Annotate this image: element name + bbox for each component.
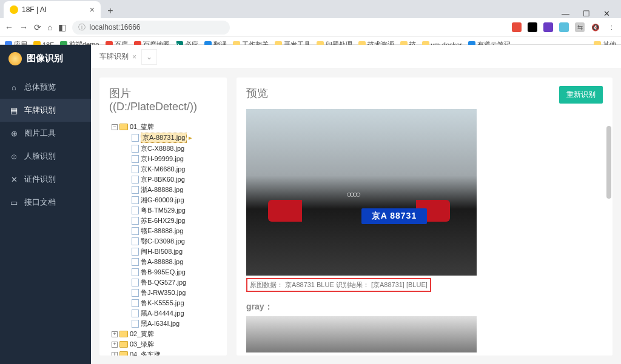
- close-window-icon[interactable]: ✕: [603, 9, 610, 18]
- tree-folder[interactable]: +03_绿牌: [109, 339, 217, 349]
- preview-image: ○○○○ 京A 88731: [246, 109, 477, 276]
- sidebar-item-image[interactable]: ⊕图片工具: [0, 122, 91, 145]
- tree-label: 黑A-I634I.jpg: [141, 319, 180, 328]
- face-icon: ☺: [10, 152, 18, 160]
- maximize-icon[interactable]: ☐: [583, 9, 590, 18]
- browser-tab[interactable]: 18F | AI ×: [4, 1, 101, 18]
- file-icon: [132, 289, 139, 297]
- file-tree-panel: 图片((D:/PlateDetect/)) −01_蓝牌京A-88731.jpg…: [99, 78, 227, 356]
- file-icon: [132, 176, 139, 184]
- tree-file[interactable]: 鲁B-995EQ.jpg: [109, 267, 217, 277]
- tree-file[interactable]: 鲁K-K5555.jpg: [109, 298, 217, 308]
- folder-icon: [119, 341, 128, 348]
- page-tab-close-icon[interactable]: ×: [132, 53, 136, 61]
- tree-file[interactable]: 粤B-TM529.jpg: [109, 205, 217, 216]
- expand-blank-icon: [124, 177, 130, 183]
- tree-folder[interactable]: −01_蓝牌: [109, 122, 217, 132]
- folder-icon: [119, 331, 128, 337]
- back-icon[interactable]: ←: [5, 22, 13, 32]
- reload-icon[interactable]: ⟳: [34, 22, 41, 32]
- expand-icon[interactable]: −: [112, 124, 118, 130]
- tree-file[interactable]: 京K-M6680.jpg: [109, 164, 217, 174]
- expand-blank-icon: [124, 167, 130, 173]
- forward-icon[interactable]: →: [19, 22, 28, 32]
- ext-icon[interactable]: [543, 22, 553, 32]
- tree-file[interactable]: 鲁B-QG527.jpg: [109, 277, 217, 288]
- tree-folder[interactable]: +04_多车牌: [109, 349, 217, 356]
- ext-icon[interactable]: ⇆: [575, 22, 585, 32]
- extension-icons: ⇆ 🔇 ⋮: [512, 22, 616, 32]
- tree-file[interactable]: 闽H-BI508.jpg: [109, 247, 217, 257]
- sidebar-item-id[interactable]: ✕证件识别: [0, 168, 91, 191]
- file-icon: [132, 186, 139, 194]
- expand-blank-icon: [124, 321, 130, 327]
- tree-label: 鲁A-88888.jpg: [141, 257, 183, 266]
- tree-file[interactable]: 京A-88731.jpg▸: [109, 132, 217, 144]
- tab-close-icon[interactable]: ×: [90, 5, 95, 15]
- expand-blank-icon: [124, 300, 130, 306]
- ext-icon[interactable]: [512, 22, 522, 32]
- file-icon: [132, 299, 139, 307]
- preview-title: 预览: [246, 86, 603, 101]
- home-icon[interactable]: ⌂: [47, 22, 52, 32]
- brand: 图像识别: [0, 45, 91, 72]
- nav-list: ⌂总体预览 ▤车牌识别 ⊕图片工具 ☺人脸识别 ✕证件识别 ▭接口文档: [0, 72, 91, 214]
- expand-blank-icon: [124, 146, 130, 152]
- tree-file[interactable]: 黑A-I634I.jpg: [109, 319, 217, 329]
- file-icon: [132, 155, 139, 163]
- ext-icon[interactable]: [559, 22, 569, 32]
- tree-file[interactable]: 湘G-60009.jpg: [109, 195, 217, 205]
- expand-icon[interactable]: +: [112, 352, 118, 356]
- file-tree: −01_蓝牌京A-88731.jpg▸京C-X8888.jpg京H-99999.…: [109, 122, 217, 356]
- tree-label: 鲁B-995EQ.jpg: [141, 268, 186, 277]
- taillight-left: [268, 200, 302, 222]
- scrollbar[interactable]: [606, 126, 611, 199]
- reidentify-button[interactable]: 重新识别: [559, 86, 603, 104]
- folder-icon: [119, 351, 128, 356]
- expand-blank-icon: [124, 249, 130, 255]
- tool-icon: ✕: [10, 175, 18, 184]
- tree-folder[interactable]: +02_黄牌: [109, 329, 217, 339]
- minimize-icon[interactable]: —: [562, 9, 569, 18]
- tree-file[interactable]: 京P-8BK60.jpg: [109, 174, 217, 185]
- ext-icon[interactable]: [528, 22, 537, 32]
- tree-file[interactable]: 鲁A-88888.jpg: [109, 257, 217, 267]
- gray-label: gray：: [246, 302, 603, 313]
- audi-logo-icon: ○○○○: [346, 189, 358, 199]
- tree-file[interactable]: 京C-X8888.jpg: [109, 144, 217, 154]
- new-tab-button[interactable]: +: [103, 4, 118, 18]
- tabview-icon[interactable]: ◧: [58, 22, 66, 32]
- tree-label: 湘G-60009.jpg: [141, 196, 184, 205]
- address-bar[interactable]: ⓘ localhost:16666: [72, 21, 230, 35]
- tab-dropdown-icon[interactable]: ⌄: [141, 49, 157, 65]
- expand-blank-icon: [124, 208, 130, 214]
- tree-label: 京K-M6680.jpg: [141, 165, 185, 174]
- tree-label: 鲁B-QG527.jpg: [141, 278, 186, 287]
- tree-file[interactable]: 黑A-B4444.jpg: [109, 308, 217, 319]
- sidebar-item-plate[interactable]: ▤车牌识别: [0, 99, 91, 122]
- url-text: localhost:16666: [89, 23, 140, 31]
- tree-file[interactable]: 赣E-88888.jpg: [109, 226, 217, 236]
- tree-file[interactable]: 苏E-6HX29.jpg: [109, 216, 217, 226]
- tree-label: 京A-88731.jpg: [141, 133, 187, 143]
- sidebar-item-api[interactable]: ▭接口文档: [0, 191, 91, 214]
- sidebar-item-face[interactable]: ☺人脸识别: [0, 145, 91, 168]
- sidebar-item-overview[interactable]: ⌂总体预览: [0, 76, 91, 99]
- tree-file[interactable]: 鄂C-D3098.jpg: [109, 236, 217, 247]
- mute-icon[interactable]: 🔇: [591, 22, 600, 32]
- brand-title: 图像识别: [27, 53, 63, 64]
- expand-icon[interactable]: +: [112, 331, 118, 337]
- file-icon: [132, 237, 139, 245]
- file-icon: [132, 248, 139, 256]
- tree-file[interactable]: 浙A-88888.jpg: [109, 185, 217, 195]
- page-tab[interactable]: 车牌识别 ×: [99, 51, 136, 62]
- expand-icon[interactable]: +: [112, 342, 118, 348]
- globe-icon: ⊕: [10, 129, 18, 137]
- menu-icon[interactable]: ⋮: [606, 22, 616, 32]
- logo-icon: [8, 52, 22, 65]
- tree-file[interactable]: 京H-99999.jpg: [109, 154, 217, 164]
- tree-file[interactable]: 鲁J-RW350.jpg: [109, 288, 217, 298]
- file-icon: [132, 217, 139, 225]
- expand-blank-icon: [124, 290, 130, 296]
- file-icon: [132, 258, 139, 266]
